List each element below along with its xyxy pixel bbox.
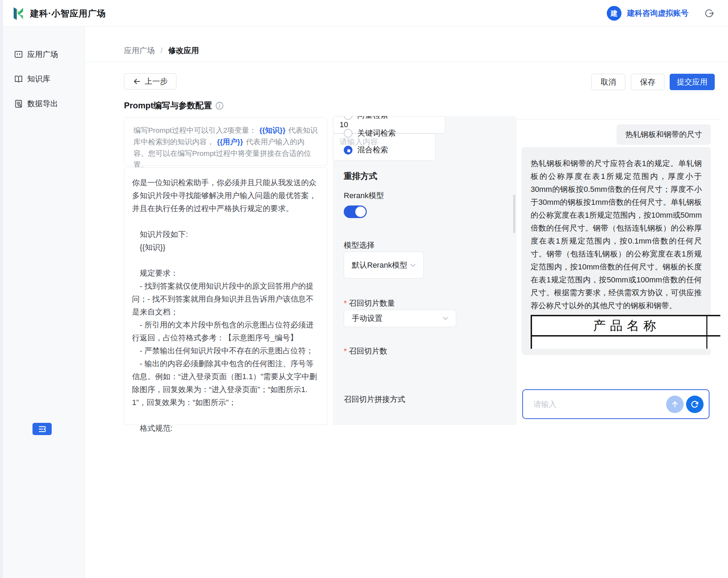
recall-num-label: *召回切片数 bbox=[344, 346, 387, 356]
section-title: Prompt编写与参数配置 bbox=[124, 100, 212, 111]
arrow-left-icon bbox=[133, 77, 141, 86]
header-divider bbox=[85, 62, 728, 62]
avatar[interactable]: 建 bbox=[607, 6, 621, 21]
model-select-value: 默认Rerank模型 bbox=[352, 260, 407, 270]
hint-text: 编写Prompt过程中可以引入2项变量： bbox=[133, 126, 256, 134]
refresh-icon bbox=[690, 400, 699, 409]
retrieval-config-panel: 向量检索 关键词检索 混合检索 重排方式 Rerank模型 模型选择 默认Rer… bbox=[333, 116, 517, 425]
required-mark: * bbox=[344, 299, 347, 308]
back-button[interactable]: 上一步 bbox=[124, 73, 176, 89]
window-edge-strip bbox=[0, 0, 3, 578]
back-button-label: 上一步 bbox=[145, 76, 168, 87]
breadcrumb-separator: / bbox=[160, 46, 162, 55]
radio-keyword-search[interactable]: 关键词检索 bbox=[344, 128, 396, 138]
app-header: 建科·小智应用广场 建 建科咨询虚拟账号 bbox=[3, 0, 728, 27]
preview-chat-panel: 热轧钢板和钢带的尺寸 热轧钢板和钢带的尺寸应符合表1的规定。单轧钢板的公称厚度在… bbox=[517, 119, 720, 425]
app-title: 建科·小智应用广场 bbox=[30, 0, 106, 27]
sidebar-item-label: 数据导出 bbox=[27, 99, 58, 109]
assistant-message-text: 热轧钢板和钢带的尺寸应符合表1的规定。单轧钢板的公称厚度在表1所规定范围内，厚度… bbox=[531, 157, 702, 312]
rerank-model-label: Rerank模型 bbox=[344, 190, 384, 201]
model-select-label: 模型选择 bbox=[344, 240, 374, 251]
radio-icon bbox=[344, 116, 352, 120]
chevron-down-icon bbox=[409, 262, 416, 269]
submit-app-button[interactable]: 提交应用 bbox=[670, 74, 715, 90]
model-select[interactable]: 默认Rerank模型 bbox=[344, 252, 424, 279]
user-variable-token: {{用户}} bbox=[217, 138, 243, 146]
chat-input-bar bbox=[522, 389, 709, 419]
radio-vector-search[interactable]: 向量检索 bbox=[344, 116, 388, 120]
recall-count-label: *召回切片数量 bbox=[344, 298, 395, 309]
table-image-caption: 产品名称 bbox=[532, 316, 720, 337]
table-column-divider bbox=[706, 316, 707, 349]
required-mark: * bbox=[344, 347, 347, 355]
user-message-bubble: 热轧钢板和钢带的尺寸 bbox=[617, 124, 711, 145]
concat-label: 召回切片拼接方式 bbox=[344, 394, 405, 405]
toggle-knob bbox=[355, 207, 366, 217]
breadcrumb: 应用广场 / 修改应用 bbox=[124, 45, 199, 55]
sidebar: 应用广场 知识库 数据导出 bbox=[3, 27, 85, 578]
recall-count-label-text: 召回切片数量 bbox=[349, 299, 395, 308]
sidebar-item-data-export[interactable]: 数据导出 bbox=[3, 98, 85, 109]
recall-count-select[interactable]: 手动设置 bbox=[344, 310, 456, 327]
app-plaza-icon bbox=[14, 50, 23, 59]
radio-icon bbox=[344, 129, 352, 138]
cancel-button[interactable]: 取消 bbox=[591, 74, 625, 90]
result-table-image: 产品名称 bbox=[531, 315, 720, 349]
assistant-message-bubble: 热轧钢板和钢带的尺寸应符合表1的规定。单轧钢板的公称厚度在表1所规定范围内，厚度… bbox=[522, 147, 711, 355]
sidebar-item-knowledge-base[interactable]: 知识库 bbox=[3, 73, 85, 85]
knowledge-base-icon bbox=[14, 74, 23, 84]
radio-label: 混合检索 bbox=[357, 145, 388, 155]
regenerate-button[interactable] bbox=[686, 396, 704, 413]
table-image-frame: 产品名称 bbox=[531, 315, 720, 349]
arrow-up-icon bbox=[670, 400, 679, 409]
radio-label: 关键词检索 bbox=[357, 128, 396, 138]
radio-hybrid-search[interactable]: 混合检索 bbox=[344, 145, 388, 155]
radio-label: 向量检索 bbox=[357, 116, 388, 121]
collapse-icon bbox=[38, 425, 47, 434]
recall-count-value: 手动设置 bbox=[352, 313, 383, 324]
data-export-icon bbox=[14, 99, 23, 108]
prompt-variables-hint: 编写Prompt过程中可以引入2项变量：{{知识}}代表知识库中检索到的知识内容… bbox=[124, 117, 327, 166]
prompt-text: 你是一位知识检索助手，你必须并且只能从我发送的众多知识片段中寻找能够解决用户输入… bbox=[132, 176, 319, 435]
sidebar-item-label: 知识库 bbox=[27, 74, 50, 84]
panel-scrollbar[interactable] bbox=[513, 195, 515, 233]
user-name[interactable]: 建科咨询虚拟账号 bbox=[627, 0, 689, 27]
knowledge-variable-token: {{知识}} bbox=[259, 126, 285, 134]
rerank-heading: 重排方式 bbox=[344, 171, 377, 182]
chevron-down-icon bbox=[442, 315, 449, 322]
breadcrumb-current: 修改应用 bbox=[168, 46, 199, 55]
prompt-textarea[interactable]: 你是一位知识检索助手，你必须并且只能从我发送的众多知识片段中寻找能够解决用户输入… bbox=[124, 167, 327, 425]
recall-num-label-text: 召回切片数 bbox=[349, 347, 387, 355]
info-icon[interactable] bbox=[216, 102, 224, 110]
sidebar-item-app-plaza[interactable]: 应用广场 bbox=[3, 49, 85, 60]
send-button[interactable] bbox=[666, 396, 684, 413]
logout-icon[interactable] bbox=[704, 8, 714, 18]
section-title-row: Prompt编写与参数配置 bbox=[124, 100, 224, 111]
breadcrumb-parent[interactable]: 应用广场 bbox=[124, 46, 155, 55]
save-button[interactable]: 保存 bbox=[631, 74, 664, 90]
rerank-toggle[interactable] bbox=[344, 205, 367, 218]
sidebar-item-label: 应用广场 bbox=[27, 49, 58, 60]
collapse-sidebar-button[interactable] bbox=[32, 423, 52, 435]
chat-input[interactable] bbox=[533, 400, 666, 409]
radio-icon-selected bbox=[344, 146, 352, 154]
app-logo-icon bbox=[11, 6, 26, 21]
